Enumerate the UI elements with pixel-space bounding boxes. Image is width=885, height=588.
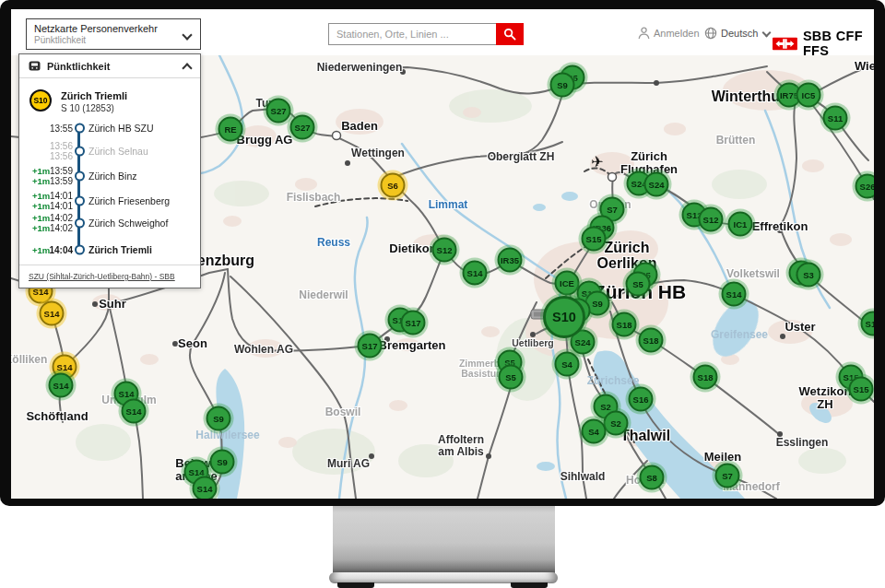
screen: NiederweningenTurgiBadenBrugg AGWettinge… — [11, 9, 874, 499]
line-badge-s14[interactable]: S14 — [40, 301, 65, 326]
line-badge-s18[interactable]: S18 — [693, 365, 718, 390]
sbb-arrows-icon — [773, 36, 797, 52]
app-header: Netzkarte Personenverkehr Pünktlichkeit — [11, 9, 874, 55]
train-line-badge: S10 — [30, 89, 52, 112]
line-badge-ir35[interactable]: IR35 — [498, 248, 523, 273]
line-badge-s14[interactable]: S14 — [463, 261, 488, 286]
stop-name: Zürich Binz — [88, 171, 137, 182]
line-badge-s18[interactable]: S18 — [612, 312, 637, 337]
search-input[interactable] — [328, 23, 496, 45]
line-badge-s10[interactable]: S10 — [543, 296, 585, 338]
chevron-up-icon — [182, 63, 192, 73]
line-badge-s12[interactable]: S12 — [432, 238, 457, 263]
line-badge-s9[interactable]: S9 — [206, 406, 231, 431]
search-button[interactable] — [496, 23, 524, 45]
monitor-stand-neck — [333, 506, 555, 573]
train-title: Zürich Triemli — [61, 90, 127, 101]
line-badge-ice[interactable]: ICE — [555, 271, 580, 296]
operator-link[interactable]: SZU (Sihltal-Zürich-Uetliberg-Bahn) - SB… — [29, 272, 175, 281]
line-badge-s3[interactable]: S3 — [796, 263, 821, 288]
monitor-foot — [337, 582, 374, 588]
line-badge-s14[interactable]: S14 — [722, 282, 747, 307]
stop-row: 13:5613:56Zürich Selnau — [19, 140, 200, 162]
stop-name: Zürich Triemli — [88, 244, 152, 255]
line-badge-s16[interactable]: S16 — [629, 387, 654, 412]
line-badge-s18[interactable]: S18 — [639, 328, 664, 353]
stop-row: 13:55Zürich HB SZU — [19, 117, 200, 139]
login-button[interactable]: Anmelden — [638, 27, 700, 40]
timeline-node — [75, 196, 85, 206]
stop-row: +1m+1m14:0214:02Zürich Schweighof — [19, 212, 200, 234]
panel-footer: SZU (Sihltal-Zürich-Uetliberg-Bahn) - SB… — [19, 265, 200, 288]
timeline-node — [75, 123, 85, 134]
train-number: S 10 (12853) — [61, 103, 114, 113]
globe-icon — [704, 27, 717, 40]
person-icon — [638, 27, 650, 40]
line-badge-s14[interactable]: S14 — [193, 476, 218, 500]
line-badge-s4[interactable]: S4 — [582, 419, 607, 444]
line-badge-s14[interactable]: S14 — [49, 373, 74, 398]
line-badge-s5[interactable]: S5 — [499, 365, 524, 390]
line-badge-s15[interactable]: S15 — [582, 227, 607, 252]
line-badge-s26[interactable]: S26 — [856, 174, 875, 199]
line-badge-s2[interactable]: S2 — [604, 411, 629, 436]
sbb-logo-text: SBB CFF FFS — [803, 29, 874, 58]
stop-row: +1m14:04Zürich Triemli — [19, 239, 200, 261]
line-badge-s24[interactable]: S24 — [644, 172, 669, 197]
line-badge-s12[interactable]: S12 — [699, 207, 724, 232]
line-badge-s4[interactable]: S4 — [555, 352, 580, 377]
line-badge-ic5[interactable]: IC5 — [796, 83, 821, 108]
layer-select-subtitle: Pünktlichkeit — [34, 35, 193, 46]
search-icon — [503, 28, 516, 41]
monitor-foot — [511, 582, 548, 588]
language-selector[interactable]: Deutsch — [704, 27, 770, 40]
stop-name: Zürich Friesenberg — [88, 195, 170, 206]
language-label: Deutsch — [721, 28, 758, 39]
chevron-down-icon — [762, 28, 772, 37]
sbb-logo: SBB CFF FFS — [773, 29, 874, 58]
timeline-node — [75, 218, 85, 229]
line-badge-s27[interactable]: S27 — [266, 99, 291, 123]
line-badge-re[interactable]: RE — [218, 117, 243, 142]
line-badge-ic1[interactable]: IC1 — [728, 212, 753, 237]
stop-row: +1m+1m14:0114:01Zürich Friesenberg — [19, 190, 200, 212]
line-badge-s17[interactable]: S17 — [358, 334, 383, 359]
panel-header[interactable]: Pünktlichkeit — [19, 54, 200, 78]
panel-title: Pünktlichkeit — [47, 61, 110, 72]
line-badge-s11[interactable]: S11 — [823, 106, 848, 131]
punctuality-panel: Pünktlichkeit S10 Zürich Triemli S 10 (1… — [18, 53, 201, 288]
timeline-node — [75, 171, 85, 182]
line-badge-s7[interactable]: S7 — [715, 464, 740, 488]
line-badge-s9[interactable]: S9 — [550, 73, 575, 98]
line-badge-s6[interactable]: S6 — [381, 173, 406, 198]
monitor-frame: NiederweningenTurgiBadenBrugg AGWettinge… — [0, 0, 885, 506]
line-badge-s5[interactable]: S5 — [626, 272, 651, 297]
layer-select-dropdown[interactable]: Netzkarte Personenverkehr Pünktlichkeit — [26, 18, 201, 50]
layer-select-title: Netzkarte Personenverkehr — [34, 22, 193, 35]
login-label: Anmelden — [654, 28, 700, 39]
stop-name: Zürich Selnau — [88, 146, 148, 157]
stop-name: Zürich Schweighof — [88, 218, 168, 229]
stop-row: +1m+1m13:5913:59Zürich Binz — [19, 165, 200, 187]
line-badge-s27[interactable]: S27 — [290, 115, 315, 140]
line-badge-s14[interactable]: S14 — [122, 399, 147, 424]
timeline-node — [75, 147, 85, 157]
line-badge-s8[interactable]: S8 — [640, 465, 665, 490]
timeline-node — [75, 245, 85, 255]
line-badge-s17[interactable]: S17 — [401, 311, 426, 335]
train-icon — [29, 61, 41, 71]
line-badge-s9[interactable]: S9 — [210, 450, 235, 475]
line-badge-s15[interactable]: S15 — [849, 377, 874, 402]
search-bar — [328, 23, 524, 45]
stop-name: Zürich HB SZU — [88, 123, 154, 134]
